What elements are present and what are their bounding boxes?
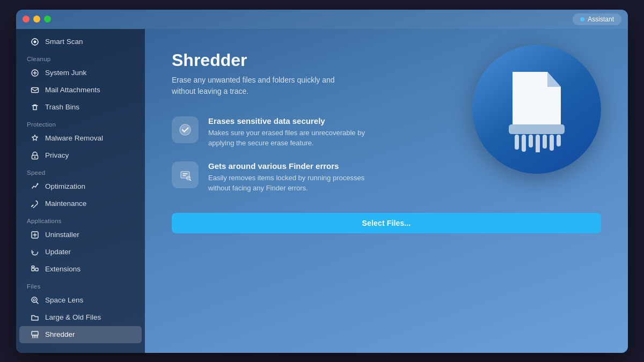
maintenance-label: Maintenance xyxy=(45,200,86,208)
updater-icon xyxy=(30,247,40,257)
svg-point-10 xyxy=(37,183,39,184)
sidebar-item-mail-attachments[interactable]: Mail Attachments xyxy=(19,82,142,99)
large-old-files-label: Large & Old Files xyxy=(45,313,101,321)
svg-point-18 xyxy=(180,124,191,135)
speed-section-label: Speed xyxy=(16,164,145,178)
shredder-illustration xyxy=(472,45,601,174)
feature-desc-finder: Easily removes items locked by running p… xyxy=(208,173,385,194)
shredder-nav-icon xyxy=(30,330,40,339)
sidebar-item-updater[interactable]: Updater xyxy=(19,243,142,261)
feature-desc-secure: Makes sure your erased files are unrecov… xyxy=(208,128,385,149)
sidebar-item-large-old-files[interactable]: Large & Old Files xyxy=(19,309,142,326)
sidebar-item-system-junk[interactable]: System Junk xyxy=(19,64,142,82)
minimize-button[interactable] xyxy=(33,16,40,23)
feature-text-secure: Erases sensitive data securely Makes sur… xyxy=(208,116,385,149)
optimization-icon xyxy=(30,182,40,191)
feature-icon-secure xyxy=(172,116,199,143)
space-lens-icon xyxy=(30,295,40,305)
malware-removal-icon xyxy=(30,134,40,143)
files-section-label: Files xyxy=(16,278,145,292)
sidebar-item-space-lens[interactable]: Space Lens xyxy=(19,292,142,309)
feature-icon-finder xyxy=(172,161,199,188)
svg-point-16 xyxy=(33,299,35,301)
main-content: Smart Scan Cleanup System Junk xyxy=(16,29,628,353)
privacy-label: Privacy xyxy=(45,151,69,159)
malware-removal-label: Malware Removal xyxy=(45,134,103,142)
shredder-circle xyxy=(472,45,601,174)
shredder-svg xyxy=(499,67,574,152)
sidebar-item-maintenance[interactable]: Maintenance xyxy=(19,195,142,212)
maximize-button[interactable] xyxy=(44,16,51,23)
space-lens-label: Space Lens xyxy=(45,296,83,304)
panel-subtitle: Erase any unwanted files and folders qui… xyxy=(172,75,343,97)
cleanup-section-label: Cleanup xyxy=(16,50,145,64)
trash-bins-label: Trash Bins xyxy=(45,103,79,111)
svg-rect-27 xyxy=(543,135,547,149)
feature-title-finder: Gets around various Finder errors xyxy=(208,161,385,171)
privacy-icon xyxy=(30,151,40,160)
sidebar-item-malware-removal[interactable]: Malware Removal xyxy=(19,130,142,147)
svg-rect-24 xyxy=(522,135,526,152)
trash-bins-icon xyxy=(30,102,40,112)
traffic-lights xyxy=(23,16,51,23)
system-junk-icon xyxy=(30,68,40,78)
sidebar-item-trash-bins[interactable]: Trash Bins xyxy=(19,99,142,116)
svg-rect-29 xyxy=(557,135,561,146)
main-panel: Shredder Erase any unwanted files and fo… xyxy=(145,29,628,353)
updater-label: Updater xyxy=(45,248,71,256)
svg-rect-14 xyxy=(32,266,34,268)
sidebar-item-extensions[interactable]: Extensions xyxy=(19,261,142,278)
feature-text-finder: Gets around various Finder errors Easily… xyxy=(208,161,385,194)
close-button[interactable] xyxy=(23,16,30,23)
svg-rect-26 xyxy=(536,135,540,152)
svg-rect-28 xyxy=(550,135,554,151)
titlebar: Assistant xyxy=(16,10,628,29)
select-files-button[interactable]: Select Files... xyxy=(172,213,601,233)
svg-rect-7 xyxy=(32,87,39,92)
app-window: Assistant Smart Scan xyxy=(16,10,628,353)
shredder-label: Shredder xyxy=(45,330,75,338)
optimization-label: Optimization xyxy=(45,182,85,190)
smart-scan-icon xyxy=(30,37,40,47)
mail-attachments-icon xyxy=(30,85,40,95)
maintenance-icon xyxy=(30,199,40,209)
assistant-button[interactable]: Assistant xyxy=(573,13,621,25)
smart-scan-label: Smart Scan xyxy=(45,38,83,46)
uninstaller-icon xyxy=(30,230,40,240)
svg-rect-12 xyxy=(32,268,34,271)
svg-rect-17 xyxy=(32,331,38,335)
applications-section-label: Applications xyxy=(16,212,145,226)
svg-point-1 xyxy=(34,40,36,43)
sidebar: Smart Scan Cleanup System Junk xyxy=(16,29,145,353)
sidebar-item-optimization[interactable]: Optimization xyxy=(19,178,142,195)
svg-point-9 xyxy=(34,156,36,158)
sidebar-item-uninstaller[interactable]: Uninstaller xyxy=(19,226,142,243)
protection-section-label: Protection xyxy=(16,116,145,130)
large-old-files-icon xyxy=(30,313,40,322)
assistant-label: Assistant xyxy=(588,16,614,23)
extensions-icon xyxy=(30,264,40,274)
svg-rect-25 xyxy=(529,135,533,147)
feature-title-secure: Erases sensitive data securely xyxy=(208,116,385,125)
extensions-label: Extensions xyxy=(45,265,80,273)
uninstaller-label: Uninstaller xyxy=(45,231,79,239)
sidebar-item-smart-scan[interactable]: Smart Scan xyxy=(19,33,142,50)
system-junk-label: System Junk xyxy=(45,69,86,77)
svg-rect-23 xyxy=(515,135,519,150)
sidebar-item-shredder[interactable]: Shredder xyxy=(19,326,142,343)
svg-rect-13 xyxy=(35,268,38,271)
mail-attachments-label: Mail Attachments xyxy=(45,86,100,94)
svg-rect-22 xyxy=(509,124,565,134)
sidebar-item-privacy[interactable]: Privacy xyxy=(19,147,142,164)
